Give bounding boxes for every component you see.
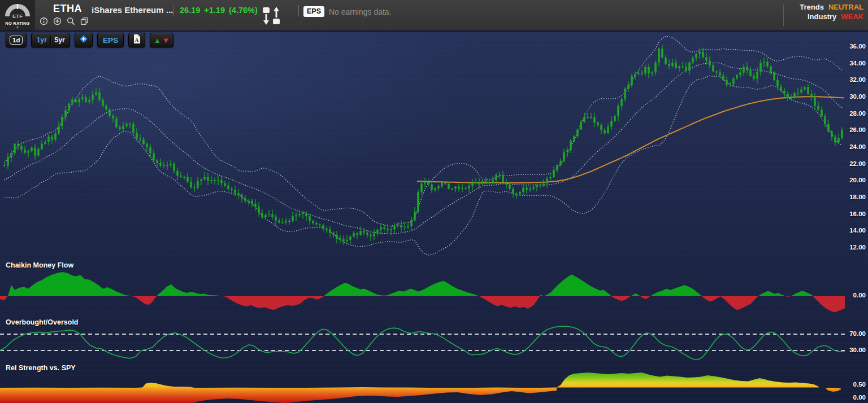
ticker-action-icons [40, 17, 89, 25]
axis-label: 70.00 [843, 330, 866, 337]
obos-line [0, 326, 845, 360]
bollinger-upper [5, 37, 842, 226]
axis-label: 22.00 [843, 160, 866, 167]
axis-label: 34.00 [843, 60, 866, 67]
eps-message: No earnings data. [329, 7, 392, 16]
compare-icon[interactable] [261, 6, 281, 28]
rel-panel-title: Rel Strength vs. SPY [6, 364, 76, 372]
price-change: +1.19 [204, 6, 225, 15]
signals-toggle-button[interactable]: ▲ ▼ [150, 33, 173, 47]
candles-layer [3, 45, 843, 245]
eps-overlay-label: EPS [101, 36, 120, 45]
bollinger-middle [5, 63, 842, 234]
info-icon[interactable] [40, 17, 48, 25]
trends-row[interactable]: TrendsNEUTRAL [800, 2, 863, 12]
trends-label: Trends [800, 3, 824, 11]
axis-label: 16.00 [843, 211, 866, 217]
bollinger-lower [5, 76, 842, 255]
triangle-up-icon: ▲ [154, 37, 161, 44]
moving-average-line [417, 97, 844, 183]
eps-overlay-button[interactable]: EPS [97, 33, 124, 47]
copy-window-icon[interactable] [80, 17, 89, 25]
axis-label: 24.00 [843, 143, 866, 150]
header-bar: ETF NO RATING ▼ ETHA iShares Ethereum ..… [0, 0, 868, 32]
bollinger-bands-layer [5, 37, 842, 255]
timeframe-1d-label: 1d [10, 36, 23, 45]
badge-chevron-down-icon: ▼ [0, 25, 35, 29]
axis-label: 0.00 [843, 394, 866, 401]
axis-label: 12.00 [843, 244, 866, 251]
axis-label: 14.00 [843, 227, 866, 234]
cmf-panel-title: Chaikin Money Flow [6, 261, 73, 269]
divider [298, 5, 299, 16]
chaikin-analytics-chart-page: { "header": { "rating_badge": {"label": … [0, 0, 868, 403]
price-chart[interactable] [0, 32, 868, 403]
industry-label: Industry [808, 12, 836, 21]
power-bar-summary: TrendsNEUTRAL IndustryWEAK [800, 2, 863, 21]
chart-area: Chaikin Money Flow Overbought/Oversold R… [0, 32, 868, 403]
etf-rating-badge[interactable]: ETF NO RATING ▼ [0, 0, 35, 30]
axis-label: 28.00 [843, 110, 866, 117]
axis-label: 36.00 [843, 43, 866, 50]
svg-text:A: A [135, 37, 139, 43]
last-price: 26.19 [180, 6, 200, 15]
axis-label: 0.50 [843, 381, 866, 388]
divider [783, 5, 784, 26]
search-icon[interactable] [67, 17, 75, 25]
range-toggle-group: 1yr 5yr [31, 33, 70, 47]
svg-text:ETF: ETF [12, 13, 23, 19]
obos-panel-title: Overbought/Oversold [6, 318, 79, 326]
add-watchlist-icon[interactable] [53, 17, 62, 25]
rel-strength-segment-2 [826, 388, 841, 392]
export-pdf-button[interactable]: A [128, 33, 145, 47]
axis-label: 0.00 [843, 292, 866, 299]
rel-strength-segment-0 [0, 383, 557, 403]
industry-value: WEAK [841, 12, 863, 21]
divider [254, 5, 254, 16]
eps-badge: EPS [303, 6, 324, 17]
chart-toolbar: 1d 1yr 5yr EPS A ▲ ▼ [6, 33, 173, 47]
divider [173, 6, 173, 16]
axis-label: 20.00 [843, 177, 866, 183]
axis-label: 18.00 [843, 194, 866, 200]
security-name[interactable]: iShares Ethereum ... [92, 5, 173, 15]
quote: 26.19 +1.19 (4.76%) [180, 6, 258, 15]
diamond-cross-icon [79, 34, 89, 46]
rel-strength-segment-1 [557, 373, 819, 388]
events-toggle-button[interactable] [75, 33, 93, 47]
axis-label: 30.00 [843, 93, 866, 100]
industry-row[interactable]: IndustryWEAK [800, 12, 863, 21]
range-1yr-button[interactable]: 1yr [33, 36, 50, 44]
axis-label: 26.00 [843, 126, 866, 133]
cmf-positive-area [0, 272, 845, 312]
rating-gauge-icon: ETF [0, 0, 35, 21]
pdf-file-icon: A [132, 34, 141, 46]
axis-label: 32.00 [843, 76, 866, 83]
triangle-down-icon: ▼ [162, 37, 170, 44]
timeframe-1d-button[interactable]: 1d [6, 33, 27, 47]
axis-label: 30.00 [843, 347, 866, 353]
range-5yr-button[interactable]: 5yr [51, 36, 68, 44]
ticker-symbol: ETHA [53, 3, 82, 15]
trends-value: NEUTRAL [828, 3, 863, 11]
